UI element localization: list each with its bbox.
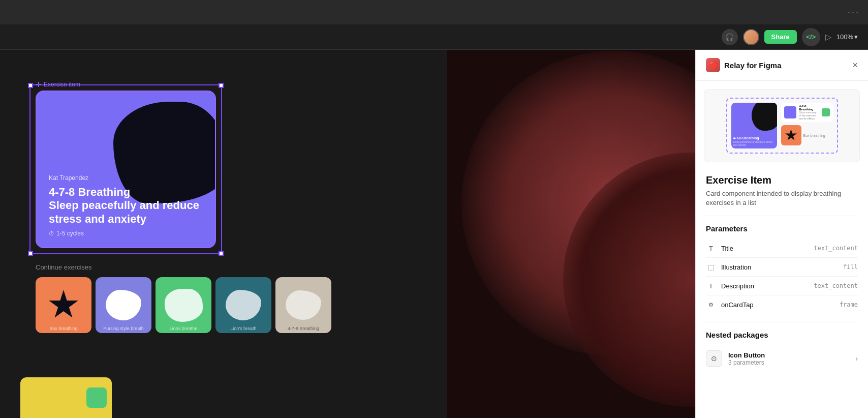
mini-card-lions-breath[interactable]: Lion's breath [215,277,271,333]
preview-right-column: 4-7-8 Breathing Short summary of the exe… [781,103,833,148]
canvas: ✛ Exercise item Kat Trapendez 4-7-8 Brea… [0,50,447,418]
nested-section: Nested packages ⊙ Icon Button 3 paramete… [696,331,868,380]
text-icon-2: T [706,281,716,291]
mini-card-label: Box breathing [47,326,80,331]
blob-icon [286,290,321,320]
preview-thumb [784,106,796,118]
continue-title: Continue exercises [36,263,331,271]
param-illustration: ⬚ Illustration fill [706,258,858,277]
toolbar: 🎧 Share </> ▷ 100% ▾ [0,24,868,50]
param-title: T Title text_content [706,239,858,258]
nested-icon-button[interactable]: ⊙ Icon Button 3 parameters › [706,345,858,372]
divider [706,216,858,216]
exercise-card-main[interactable]: Kat Trapendez 4-7-8 Breathing Sleep peac… [36,91,216,248]
param-type-oncardtap: frame [840,301,858,308]
close-button[interactable]: × [852,61,858,70]
relay-icon: 🔴 [706,58,720,72]
preview-card-left: 4-7-8 Breathing Sleep peacefully and red… [731,103,777,148]
topbar: ··· [0,0,868,24]
bottom-card-yellow[interactable] [20,377,112,418]
headphone-button[interactable]: 🎧 [722,29,738,45]
mini-card-pursing[interactable]: Pursing style breath [96,277,151,333]
param-name-illustration: Illustration [721,263,843,271]
mini-card-label: Pursing style breath [101,326,146,331]
nested-title: Nested packages [706,331,858,339]
panel-logo: 🔴 Relay for Figma [706,58,782,72]
blob-icon [106,290,141,320]
nested-icon-symbol: ⊙ [711,354,717,363]
exercise-item-label: ✛ Exercise item [36,80,80,88]
preview-star-icon [785,129,797,141]
param-name-oncardtap: onCardTap [721,301,840,309]
parameters-title: Parameters [706,224,858,233]
preview-card-text: 4-7-8 Breathing Sleep peacefully and red… [733,136,775,146]
cycle-icon: ⏱ [49,230,54,236]
share-button[interactable]: Share [764,30,797,44]
component-info: Exercise Item Card component intended to… [696,170,868,216]
mini-card-box-breathing[interactable]: Box breathing [36,277,91,333]
mini-card-478[interactable]: 4-7-8 Breathing [275,277,331,333]
param-type-illustration: fill [843,263,858,271]
blob-icon [226,290,261,320]
image-icon: ⬚ [706,262,716,272]
panel-title: Relay for Figma [724,61,782,70]
component-name: Exercise Item [706,174,858,186]
param-description: T Description text_content [706,277,858,295]
mini-card-label: Lions breathe [168,326,200,331]
preview-blob [752,103,777,131]
blob-icon [165,289,203,322]
nested-package-name: Icon Button [728,351,855,359]
text-icon: T [706,243,716,253]
avatar [743,29,759,45]
mini-card-label: 4-7-8 Breathing [286,326,321,331]
selection-icon: ✛ [36,80,42,88]
card-cycles: ⏱ 1-5 cycles [49,230,203,237]
play-button[interactable]: ▷ [825,32,831,42]
param-type-title: text_content [814,245,858,252]
divider-2 [706,322,858,322]
preview-small-card [781,125,801,145]
nested-package-params: 3 parameters [728,359,855,366]
continue-exercises-section: Continue exercises Box breathing Pursing… [36,263,331,333]
relay-panel: 🔴 Relay for Figma × 4-7-8 Breathing Slee… [695,50,868,418]
preview-list-btn [822,108,830,116]
more-options-icon[interactable]: ··· [848,7,860,18]
chevron-right-icon: › [855,354,858,363]
card-title: 4-7-8 Breathing Sleep peacefully and red… [49,186,203,226]
bottom-cards [20,377,112,418]
mini-card-lions[interactable]: Lions breathe [156,277,211,333]
preview-list-item-1: 4-7-8 Breathing Short summary of the exe… [781,103,833,122]
frame-icon: ⚙ [706,300,716,310]
code-button[interactable]: </> [802,28,820,46]
component-preview: 4-7-8 Breathing Sleep peacefully and red… [704,89,860,162]
nested-icon-preview: ⊙ [706,350,722,367]
param-oncardtap: ⚙ onCardTap frame [706,295,858,314]
star-icon [48,290,79,320]
card-content: Kat Trapendez 4-7-8 Breathing Sleep peac… [37,164,215,247]
nested-info: Icon Button 3 parameters [728,351,855,366]
panel-header: 🔴 Relay for Figma × [696,50,868,81]
mini-card-label: Lion's breath [228,326,258,331]
card-author: Kat Trapendez [49,174,203,182]
param-name-title: Title [721,245,814,252]
preview-box-breathing-label: Box breathing [803,134,825,137]
preview-inner: 4-7-8 Breathing Sleep peacefully and red… [726,98,838,154]
zoom-control[interactable]: 100% ▾ [836,33,858,41]
preview-list-text: 4-7-8 Breathing Short summary of the exe… [799,105,819,120]
bottom-card-green-element [86,387,107,408]
parameters-section: Parameters T Title text_content ⬚ Illust… [696,224,868,322]
topbar-right: ··· [848,7,860,18]
param-name-description: Description [721,282,814,290]
param-type-description: text_content [814,282,858,289]
exercise-grid: Box breathing Pursing style breath Lions… [36,277,331,333]
component-description: Card component intended to display breat… [706,189,858,207]
